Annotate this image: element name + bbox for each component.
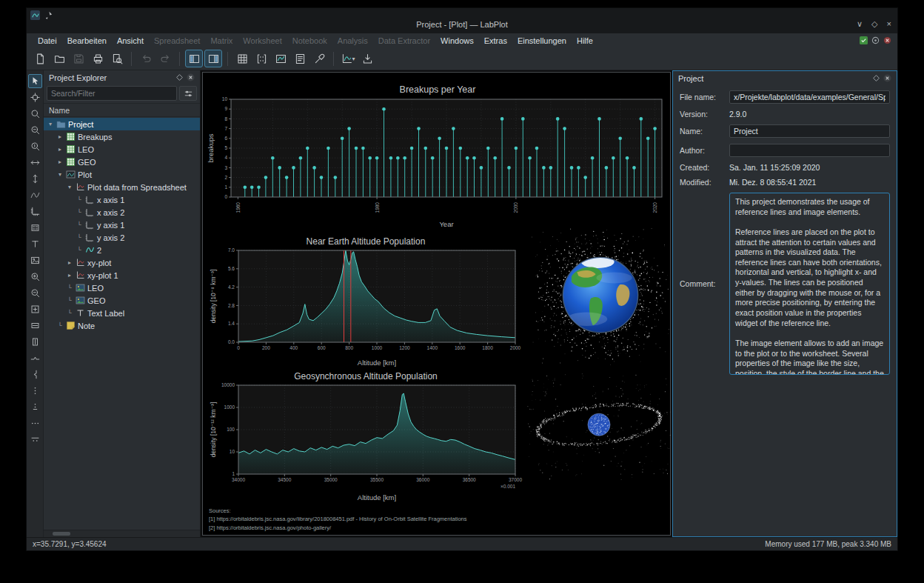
print-button[interactable] xyxy=(89,50,107,67)
tree-item-project[interactable]: ▾Project xyxy=(44,118,200,130)
tree-item-xy-plot[interactable]: ▸xy-plot xyxy=(44,256,200,269)
new-worksheet-button[interactable] xyxy=(272,50,289,67)
open-project-button[interactable] xyxy=(50,50,68,67)
add-text-icon[interactable] xyxy=(28,237,42,251)
new-matrix-button[interactable] xyxy=(252,50,270,67)
zoom-x-select-icon[interactable] xyxy=(28,123,42,137)
tree-item-breakups[interactable]: ▸Breakups xyxy=(44,130,200,143)
scrollbar-thumb[interactable] xyxy=(53,532,70,536)
properties-dock: Project File name:Version:2.9.0Name:Auth… xyxy=(672,70,897,537)
break-y-axis-icon[interactable] xyxy=(28,367,42,382)
titlebar[interactable]: Project - [Plot] — LabPlot ∨ ◇ × xyxy=(27,8,897,33)
tree-item-leo[interactable]: └LEO xyxy=(44,281,200,294)
file-name-field[interactable] xyxy=(729,90,890,104)
geo-debris-image[interactable] xyxy=(527,367,671,492)
new-spreadsheet-button[interactable] xyxy=(233,50,251,67)
project-explorer-header[interactable]: Project Explorer xyxy=(44,70,200,84)
float-dock-icon[interactable] xyxy=(871,73,882,84)
data-extractor-button[interactable] xyxy=(310,50,328,67)
breakups-chart[interactable]: 0123456789101960198020002020Breakups per… xyxy=(206,83,669,230)
menu-bearbeiten[interactable]: Bearbeiten xyxy=(62,36,112,45)
tree-item-note[interactable]: └Note xyxy=(44,319,200,332)
tree-item-x-axis-2[interactable]: └x axis 2 xyxy=(44,206,200,219)
zoom-y-select-icon[interactable] xyxy=(28,139,42,153)
expander-icon[interactable]: ▸ xyxy=(66,259,73,266)
green-check-icon[interactable] xyxy=(860,36,868,44)
explorer-hscrollbar[interactable] xyxy=(44,530,200,537)
close-dock-icon[interactable] xyxy=(185,72,196,83)
tree-item-plot-data-from-spreadsheet[interactable]: ▾Plot data from Spreadsheet xyxy=(44,181,200,193)
earth-debris-image[interactable] xyxy=(532,228,669,366)
expander-icon[interactable]: ▸ xyxy=(56,133,64,140)
tree-item-label: Plot xyxy=(78,170,92,179)
add-axis-icon[interactable] xyxy=(28,204,42,219)
zoom-fit-height-icon[interactable] xyxy=(28,335,42,349)
author-field[interactable] xyxy=(729,144,890,157)
pin-icon[interactable] xyxy=(44,10,53,20)
shift-x-icon[interactable] xyxy=(28,156,42,170)
restore-button[interactable]: ◇ xyxy=(871,19,877,29)
new-plot-button[interactable]: ▾ xyxy=(339,50,357,67)
break-x-axis-icon[interactable] xyxy=(28,351,42,365)
tree-item-text-label[interactable]: └Text Label xyxy=(44,307,200,319)
tree-item-2[interactable]: └2 xyxy=(44,244,200,256)
menu-einstellungen[interactable]: Einstellungen xyxy=(512,36,572,45)
new-project-button[interactable] xyxy=(31,50,49,67)
tree-item-xy-plot-1[interactable]: ▸xy-plot 1 xyxy=(44,269,200,281)
zoom-out-icon[interactable] xyxy=(28,286,42,300)
expander-icon[interactable]: ▾ xyxy=(56,171,64,178)
comment-field[interactable]: This project demonstrates the usage of r… xyxy=(729,193,890,375)
geo-chart[interactable]: 1101001000100003400034500350003550036000… xyxy=(209,370,523,502)
search-input[interactable] xyxy=(47,86,177,101)
add-legend-icon[interactable] xyxy=(28,221,42,235)
tree-item-geo[interactable]: └GEO xyxy=(44,294,200,307)
red-close-icon[interactable] xyxy=(883,36,891,44)
import-button[interactable] xyxy=(358,50,376,67)
menu-ansicht[interactable]: Ansicht xyxy=(112,36,149,45)
shift-up-icon[interactable] xyxy=(28,384,42,398)
properties-header[interactable]: Project xyxy=(673,71,897,85)
add-image-icon[interactable] xyxy=(28,253,42,267)
menu-windows[interactable]: Windows xyxy=(435,36,479,45)
float-dock-icon[interactable] xyxy=(174,72,185,83)
zoom-select-icon[interactable] xyxy=(28,107,42,121)
menu-datei[interactable]: Datei xyxy=(33,36,62,45)
expander-icon[interactable]: ▸ xyxy=(66,272,73,279)
tree-column-header[interactable]: Name xyxy=(44,103,200,117)
new-notebook-button[interactable] xyxy=(291,50,309,67)
shift-down-icon[interactable] xyxy=(28,400,42,414)
tree-item-y-axis-2[interactable]: └y axis 2 xyxy=(44,231,200,244)
collapse-all-icon[interactable] xyxy=(28,433,42,447)
crosshair-icon[interactable] xyxy=(28,90,42,104)
filter-options-button[interactable] xyxy=(179,86,197,101)
tree-item-x-axis-1[interactable]: └x axis 1 xyxy=(44,193,200,206)
close-button[interactable]: × xyxy=(887,19,891,29)
tree-item-y-axis-1[interactable]: └y axis 1 xyxy=(44,219,200,231)
expander-icon[interactable]: ▸ xyxy=(56,159,64,165)
expander-icon[interactable]: ▾ xyxy=(66,184,73,190)
print-preview-button[interactable] xyxy=(108,50,126,67)
expander-icon[interactable]: ▸ xyxy=(56,146,64,153)
toggle-properties-dock-button[interactable] xyxy=(204,50,222,67)
close-dock-icon[interactable] xyxy=(882,73,893,84)
toggle-project-explorer-button[interactable] xyxy=(185,50,203,67)
zoom-fit-icon[interactable] xyxy=(28,302,42,316)
add-curve-icon[interactable] xyxy=(28,188,42,202)
expand-all-icon[interactable] xyxy=(28,416,42,430)
tree-item-plot[interactable]: ▾Plot xyxy=(44,168,200,181)
tree-item-leo[interactable]: ▸LEO xyxy=(44,143,200,156)
gray-dot-icon[interactable] xyxy=(871,36,880,44)
shift-y-icon[interactable] xyxy=(28,172,42,186)
zoom-in-icon[interactable] xyxy=(28,270,42,284)
select-icon[interactable] xyxy=(28,74,42,88)
sources-text-label[interactable]: Sources: [1] https://orbitaldebris.jsc.n… xyxy=(209,507,467,532)
minimize-button[interactable]: ∨ xyxy=(857,19,863,29)
expander-icon[interactable]: ▾ xyxy=(47,121,54,127)
name-field[interactable] xyxy=(729,124,890,138)
menu-extras[interactable]: Extras xyxy=(479,36,512,45)
menu-hilfe[interactable]: Hilfe xyxy=(572,36,598,45)
worksheet-page[interactable]: 0123456789101960198020002020Breakups per… xyxy=(202,72,671,536)
near-earth-chart[interactable]: 0.01.42.84.25.67.00200400600800100012001… xyxy=(209,236,523,367)
tree-item-geo[interactable]: ▸GEO xyxy=(44,156,200,168)
zoom-fit-width-icon[interactable] xyxy=(28,319,42,333)
